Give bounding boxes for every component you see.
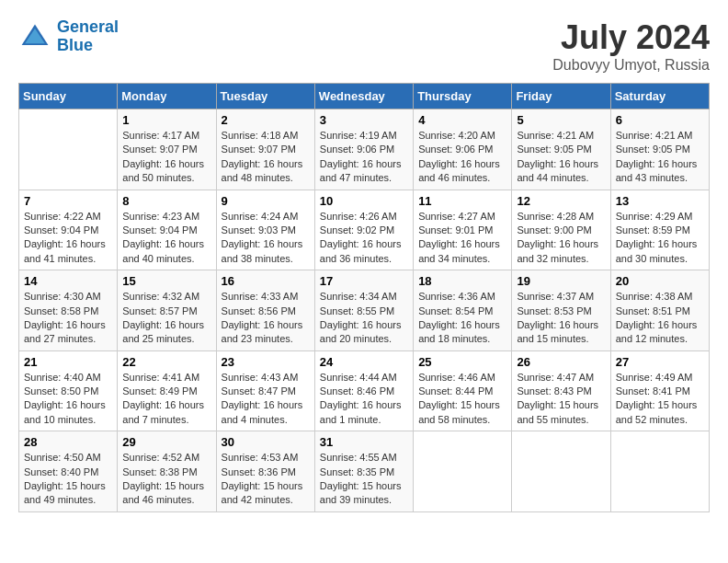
calendar-cell: 5Sunrise: 4:21 AM Sunset: 9:05 PM Daylig… — [512, 109, 610, 190]
day-info: Sunrise: 4:41 AM Sunset: 8:49 PM Dayligh… — [122, 371, 210, 428]
day-info: Sunrise: 4:43 AM Sunset: 8:47 PM Dayligh… — [222, 371, 310, 428]
calendar-cell: 13Sunrise: 4:29 AM Sunset: 8:59 PM Dayli… — [610, 190, 709, 270]
calendar-cell: 29Sunrise: 4:52 AM Sunset: 8:38 PM Dayli… — [118, 431, 216, 512]
day-number: 20 — [616, 274, 704, 288]
day-number: 16 — [222, 274, 310, 288]
day-number: 7 — [24, 194, 112, 208]
day-number: 4 — [418, 113, 506, 127]
day-number: 31 — [320, 435, 408, 449]
calendar-cell: 6Sunrise: 4:21 AM Sunset: 9:05 PM Daylig… — [610, 109, 709, 190]
calendar-cell: 16Sunrise: 4:33 AM Sunset: 8:56 PM Dayli… — [216, 270, 314, 351]
weekday-header-thursday: Thursday — [414, 84, 512, 109]
calendar-cell: 15Sunrise: 4:32 AM Sunset: 8:57 PM Dayli… — [118, 270, 216, 351]
day-info: Sunrise: 4:47 AM Sunset: 8:43 PM Dayligh… — [517, 371, 605, 428]
day-number: 21 — [24, 355, 112, 369]
day-info: Sunrise: 4:26 AM Sunset: 9:02 PM Dayligh… — [320, 210, 408, 267]
day-info: Sunrise: 4:29 AM Sunset: 8:59 PM Dayligh… — [616, 210, 704, 267]
weekday-header-friday: Friday — [512, 84, 610, 109]
day-number: 3 — [320, 113, 408, 127]
calendar-cell: 3Sunrise: 4:19 AM Sunset: 9:06 PM Daylig… — [314, 109, 413, 190]
calendar-cell: 28Sunrise: 4:50 AM Sunset: 8:40 PM Dayli… — [19, 431, 118, 512]
day-number: 29 — [122, 435, 210, 449]
calendar-cell: 27Sunrise: 4:49 AM Sunset: 8:41 PM Dayli… — [610, 350, 709, 431]
calendar-cell: 2Sunrise: 4:18 AM Sunset: 9:07 PM Daylig… — [216, 109, 314, 190]
calendar-cell: 26Sunrise: 4:47 AM Sunset: 8:43 PM Dayli… — [512, 350, 610, 431]
calendar-cell: 19Sunrise: 4:37 AM Sunset: 8:53 PM Dayli… — [512, 270, 610, 351]
calendar-cell: 14Sunrise: 4:30 AM Sunset: 8:58 PM Dayli… — [19, 270, 118, 351]
weekday-header-wednesday: Wednesday — [314, 84, 413, 109]
day-info: Sunrise: 4:17 AM Sunset: 9:07 PM Dayligh… — [122, 129, 210, 186]
weekday-header-tuesday: Tuesday — [216, 84, 314, 109]
day-number: 12 — [517, 194, 605, 208]
calendar-cell: 12Sunrise: 4:28 AM Sunset: 9:00 PM Dayli… — [512, 190, 610, 270]
day-number: 10 — [320, 194, 408, 208]
day-info: Sunrise: 4:46 AM Sunset: 8:44 PM Dayligh… — [418, 371, 506, 428]
weekday-header-monday: Monday — [118, 84, 216, 109]
day-info: Sunrise: 4:36 AM Sunset: 8:54 PM Dayligh… — [418, 290, 506, 347]
location: Dubovyy Umyot, Russia — [552, 57, 710, 74]
day-info: Sunrise: 4:24 AM Sunset: 9:03 PM Dayligh… — [222, 210, 310, 267]
day-info: Sunrise: 4:53 AM Sunset: 8:36 PM Dayligh… — [222, 451, 310, 508]
day-number: 24 — [320, 355, 408, 369]
day-number: 25 — [418, 355, 506, 369]
logo-icon — [18, 20, 51, 53]
day-info: Sunrise: 4:19 AM Sunset: 9:06 PM Dayligh… — [320, 129, 408, 186]
calendar-week-2: 7Sunrise: 4:22 AM Sunset: 9:04 PM Daylig… — [19, 190, 710, 270]
calendar-cell: 23Sunrise: 4:43 AM Sunset: 8:47 PM Dayli… — [216, 350, 314, 431]
title-block: July 2024 Dubovyy Umyot, Russia — [552, 18, 710, 74]
day-number: 1 — [122, 113, 210, 127]
day-number: 6 — [616, 113, 704, 127]
day-number: 26 — [517, 355, 605, 369]
calendar-cell: 7Sunrise: 4:22 AM Sunset: 9:04 PM Daylig… — [19, 190, 118, 270]
calendar-cell: 11Sunrise: 4:27 AM Sunset: 9:01 PM Dayli… — [414, 190, 512, 270]
day-info: Sunrise: 4:52 AM Sunset: 8:38 PM Dayligh… — [122, 451, 210, 508]
calendar-cell: 9Sunrise: 4:24 AM Sunset: 9:03 PM Daylig… — [216, 190, 314, 270]
day-info: Sunrise: 4:37 AM Sunset: 8:53 PM Dayligh… — [517, 290, 605, 347]
logo-line2: Blue — [57, 36, 93, 54]
day-info: Sunrise: 4:38 AM Sunset: 8:51 PM Dayligh… — [616, 290, 704, 347]
day-number: 30 — [222, 435, 310, 449]
day-info: Sunrise: 4:44 AM Sunset: 8:46 PM Dayligh… — [320, 371, 408, 428]
calendar-cell: 24Sunrise: 4:44 AM Sunset: 8:46 PM Dayli… — [314, 350, 413, 431]
day-info: Sunrise: 4:21 AM Sunset: 9:05 PM Dayligh… — [616, 129, 704, 186]
day-number: 2 — [222, 113, 310, 127]
day-number: 17 — [320, 274, 408, 288]
calendar-header: SundayMondayTuesdayWednesdayThursdayFrid… — [19, 84, 710, 109]
day-info: Sunrise: 4:49 AM Sunset: 8:41 PM Dayligh… — [616, 371, 704, 428]
day-info: Sunrise: 4:28 AM Sunset: 9:00 PM Dayligh… — [517, 210, 605, 267]
day-info: Sunrise: 4:18 AM Sunset: 9:07 PM Dayligh… — [222, 129, 310, 186]
month-year: July 2024 — [552, 18, 710, 57]
day-number: 27 — [616, 355, 704, 369]
calendar-cell: 4Sunrise: 4:20 AM Sunset: 9:06 PM Daylig… — [414, 109, 512, 190]
day-info: Sunrise: 4:32 AM Sunset: 8:57 PM Dayligh… — [122, 290, 210, 347]
calendar-body: 1Sunrise: 4:17 AM Sunset: 9:07 PM Daylig… — [19, 109, 710, 512]
day-info: Sunrise: 4:55 AM Sunset: 8:35 PM Dayligh… — [320, 451, 408, 508]
logo: General Blue — [18, 18, 119, 55]
day-info: Sunrise: 4:23 AM Sunset: 9:04 PM Dayligh… — [122, 210, 210, 267]
calendar-table: SundayMondayTuesdayWednesdayThursdayFrid… — [18, 83, 710, 512]
day-number: 18 — [418, 274, 506, 288]
weekday-header-sunday: Sunday — [19, 84, 118, 109]
day-number: 15 — [122, 274, 210, 288]
calendar-week-5: 28Sunrise: 4:50 AM Sunset: 8:40 PM Dayli… — [19, 431, 710, 512]
page-header: General Blue July 2024 Dubovyy Umyot, Ru… — [18, 18, 710, 74]
calendar-week-3: 14Sunrise: 4:30 AM Sunset: 8:58 PM Dayli… — [19, 270, 710, 351]
calendar-cell: 8Sunrise: 4:23 AM Sunset: 9:04 PM Daylig… — [118, 190, 216, 270]
calendar-cell: 31Sunrise: 4:55 AM Sunset: 8:35 PM Dayli… — [314, 431, 413, 512]
day-info: Sunrise: 4:34 AM Sunset: 8:55 PM Dayligh… — [320, 290, 408, 347]
calendar-cell: 21Sunrise: 4:40 AM Sunset: 8:50 PM Dayli… — [19, 350, 118, 431]
calendar-cell: 10Sunrise: 4:26 AM Sunset: 9:02 PM Dayli… — [314, 190, 413, 270]
day-number: 28 — [24, 435, 112, 449]
day-info: Sunrise: 4:22 AM Sunset: 9:04 PM Dayligh… — [24, 210, 112, 267]
day-info: Sunrise: 4:33 AM Sunset: 8:56 PM Dayligh… — [222, 290, 310, 347]
day-number: 19 — [517, 274, 605, 288]
calendar-cell — [19, 109, 118, 190]
logo-text: General Blue — [57, 18, 119, 55]
logo-line1: General — [57, 17, 119, 36]
calendar-week-4: 21Sunrise: 4:40 AM Sunset: 8:50 PM Dayli… — [19, 350, 710, 431]
day-info: Sunrise: 4:27 AM Sunset: 9:01 PM Dayligh… — [418, 210, 506, 267]
day-number: 14 — [24, 274, 112, 288]
day-number: 11 — [418, 194, 506, 208]
calendar-cell: 22Sunrise: 4:41 AM Sunset: 8:49 PM Dayli… — [118, 350, 216, 431]
day-number: 13 — [616, 194, 704, 208]
